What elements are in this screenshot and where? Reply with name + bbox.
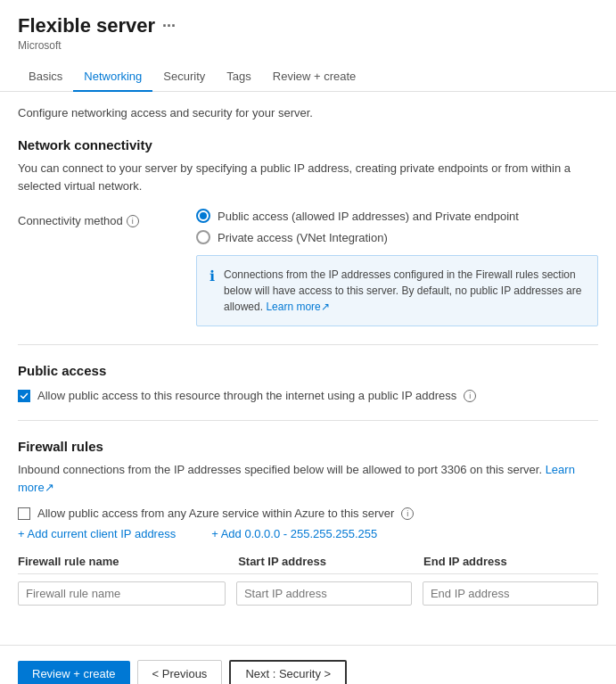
radio-private-access-label: Private access (VNet Integration) bbox=[218, 231, 388, 244]
tab-bar: Basics Networking Security Tags Review +… bbox=[0, 62, 616, 92]
tab-tags[interactable]: Tags bbox=[216, 62, 261, 92]
public-access-title: Public access bbox=[18, 363, 598, 378]
firewall-rules-section: Firewall rules Inbound connections from … bbox=[18, 439, 598, 606]
radio-private-access-input[interactable] bbox=[196, 230, 210, 244]
next-button[interactable]: Next : Security > bbox=[229, 660, 347, 684]
page-title: Flexible server bbox=[18, 14, 155, 37]
review-create-button[interactable]: Review + create bbox=[18, 661, 130, 684]
azure-checkbox-row[interactable]: Allow public access from any Azure servi… bbox=[18, 507, 598, 520]
connectivity-info-box: ℹ Connections from the IP addresses conf… bbox=[196, 255, 598, 326]
divider-1 bbox=[18, 344, 598, 345]
network-connectivity-body: You can connect to your server by specif… bbox=[18, 160, 598, 194]
page-header: Flexible server ··· Microsoft bbox=[0, 0, 616, 52]
content-area: Configure networking access and security… bbox=[0, 92, 616, 627]
azure-checkbox-label: Allow public access from any Azure servi… bbox=[37, 507, 394, 520]
tab-review-create[interactable]: Review + create bbox=[262, 62, 367, 92]
firewall-table-header: Firewall rule name Start IP address End … bbox=[18, 555, 598, 574]
connectivity-info-icon[interactable]: i bbox=[127, 215, 139, 227]
start-ip-input[interactable] bbox=[236, 581, 412, 606]
azure-checkbox-info-icon[interactable]: i bbox=[401, 507, 414, 520]
col-header-name: Firewall rule name bbox=[18, 555, 227, 568]
add-range-link[interactable]: + Add 0.0.0.0 - 255.255.255.255 bbox=[211, 527, 377, 540]
section-description: Configure networking access and security… bbox=[18, 106, 598, 119]
footer: Review + create < Previous Next : Securi… bbox=[0, 645, 616, 684]
public-access-info-icon[interactable]: i bbox=[464, 390, 476, 402]
info-box-icon: ℹ bbox=[209, 268, 215, 315]
radio-public-access[interactable]: Public access (allowed IP addresses) and… bbox=[196, 209, 598, 223]
tab-networking[interactable]: Networking bbox=[73, 62, 152, 92]
learn-more-link[interactable]: Learn more↗ bbox=[266, 301, 329, 313]
connectivity-method-label: Connectivity method i bbox=[18, 209, 196, 227]
radio-public-access-label: Public access (allowed IP addresses) and… bbox=[218, 210, 519, 223]
public-access-section: Public access Allow public access to thi… bbox=[18, 363, 598, 402]
page-subtitle: Microsoft bbox=[18, 39, 598, 52]
info-box-text: Connections from the IP addresses config… bbox=[224, 267, 585, 315]
previous-button[interactable]: < Previous bbox=[137, 660, 223, 684]
radio-private-access[interactable]: Private access (VNet Integration) bbox=[196, 230, 598, 244]
col-header-end: End IP address bbox=[423, 555, 598, 568]
add-client-ip-link[interactable]: + Add current client IP address bbox=[18, 527, 176, 540]
firewall-rule-name-input[interactable] bbox=[18, 581, 226, 606]
col-header-start: Start IP address bbox=[238, 555, 413, 568]
divider-2 bbox=[18, 420, 598, 421]
end-ip-input[interactable] bbox=[423, 581, 598, 606]
firewall-rules-title: Firewall rules bbox=[18, 439, 598, 454]
network-connectivity-title: Network connectivity bbox=[18, 137, 598, 152]
firewall-rules-desc: Inbound connections from the IP addresse… bbox=[18, 461, 598, 496]
tab-basics[interactable]: Basics bbox=[18, 62, 73, 92]
radio-public-access-input[interactable] bbox=[196, 209, 210, 223]
azure-services-checkbox[interactable] bbox=[18, 507, 30, 520]
public-access-checkbox-row[interactable]: Allow public access to this resource thr… bbox=[18, 389, 598, 402]
add-links-row: + Add current client IP address + Add 0.… bbox=[18, 527, 598, 540]
connectivity-method-row: Connectivity method i Public access (all… bbox=[18, 209, 598, 326]
public-access-checkbox[interactable] bbox=[18, 390, 30, 402]
page-options-button[interactable]: ··· bbox=[162, 17, 176, 36]
public-access-checkbox-label: Allow public access to this resource thr… bbox=[37, 389, 456, 402]
tab-security[interactable]: Security bbox=[152, 62, 216, 92]
connectivity-method-options: Public access (allowed IP addresses) and… bbox=[196, 209, 598, 326]
firewall-table-row bbox=[18, 581, 598, 606]
